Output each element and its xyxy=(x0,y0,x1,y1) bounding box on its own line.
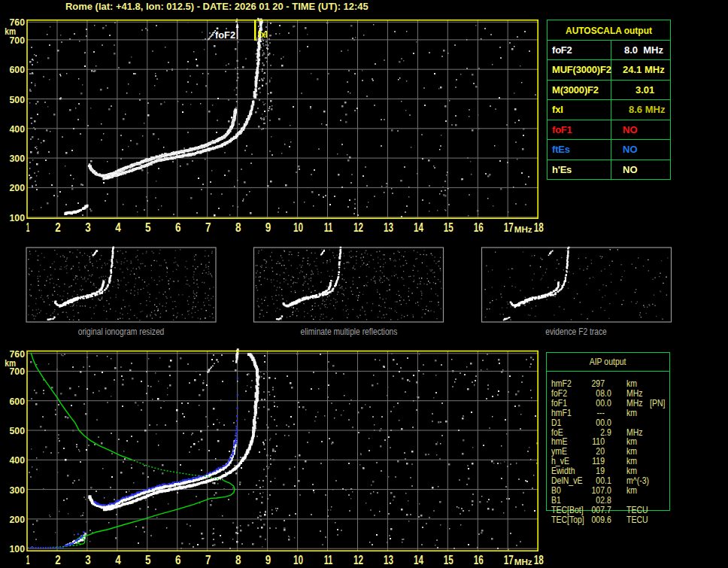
svg-text:14: 14 xyxy=(414,221,423,234)
svg-text:6: 6 xyxy=(175,221,181,234)
svg-text:400: 400 xyxy=(10,454,26,466)
svg-text:600: 600 xyxy=(10,396,26,407)
svg-text:500: 500 xyxy=(10,425,26,436)
svg-text:600: 600 xyxy=(10,64,26,75)
svg-text:100: 100 xyxy=(10,543,26,554)
svg-text:300: 300 xyxy=(10,484,26,496)
svg-text:17: 17 xyxy=(504,221,514,234)
svg-text:10: 10 xyxy=(293,221,303,234)
svg-text:12: 12 xyxy=(353,221,363,234)
svg-text:7: 7 xyxy=(205,221,211,234)
svg-text:9: 9 xyxy=(265,554,271,566)
svg-text:7: 7 xyxy=(205,554,211,566)
svg-text:16: 16 xyxy=(474,554,484,566)
svg-text:6: 6 xyxy=(175,554,181,566)
svg-text:8: 8 xyxy=(235,554,241,566)
svg-text:400: 400 xyxy=(10,123,26,135)
svg-text:9: 9 xyxy=(265,221,271,234)
svg-text:200: 200 xyxy=(10,182,26,193)
svg-text:500: 500 xyxy=(10,94,26,105)
svg-text:MHz: MHz xyxy=(514,225,533,234)
svg-text:17: 17 xyxy=(504,554,514,566)
svg-text:15: 15 xyxy=(444,554,453,566)
svg-text:3: 3 xyxy=(85,554,91,566)
svg-text:4: 4 xyxy=(115,554,121,566)
svg-text:11: 11 xyxy=(324,554,333,566)
svg-text:200: 200 xyxy=(10,514,26,525)
svg-text:15: 15 xyxy=(444,221,453,234)
svg-text:100: 100 xyxy=(10,212,26,223)
svg-text:4: 4 xyxy=(115,221,121,234)
svg-text:700: 700 xyxy=(10,35,26,46)
svg-text:2: 2 xyxy=(55,221,61,234)
svg-text:16: 16 xyxy=(474,221,484,234)
svg-text:13: 13 xyxy=(384,221,393,234)
svg-text:2: 2 xyxy=(55,554,61,566)
svg-text:12: 12 xyxy=(353,554,363,566)
svg-text:14: 14 xyxy=(414,554,423,566)
svg-text:1: 1 xyxy=(26,221,30,234)
svg-text:5: 5 xyxy=(145,221,151,234)
svg-text:10: 10 xyxy=(293,554,303,566)
svg-text:700: 700 xyxy=(10,366,26,377)
svg-text:1: 1 xyxy=(26,554,30,566)
svg-text:13: 13 xyxy=(384,554,393,566)
svg-text:foF2: foF2 xyxy=(215,30,235,41)
svg-text:MHz: MHz xyxy=(514,557,533,566)
svg-text:3: 3 xyxy=(85,221,91,234)
svg-text:18: 18 xyxy=(534,221,544,234)
svg-text:fxI: fxI xyxy=(259,29,268,40)
svg-text:11: 11 xyxy=(324,221,333,234)
svg-text:8: 8 xyxy=(235,221,241,234)
svg-text:300: 300 xyxy=(10,153,26,164)
svg-text:18: 18 xyxy=(534,554,544,566)
svg-text:5: 5 xyxy=(145,554,151,566)
